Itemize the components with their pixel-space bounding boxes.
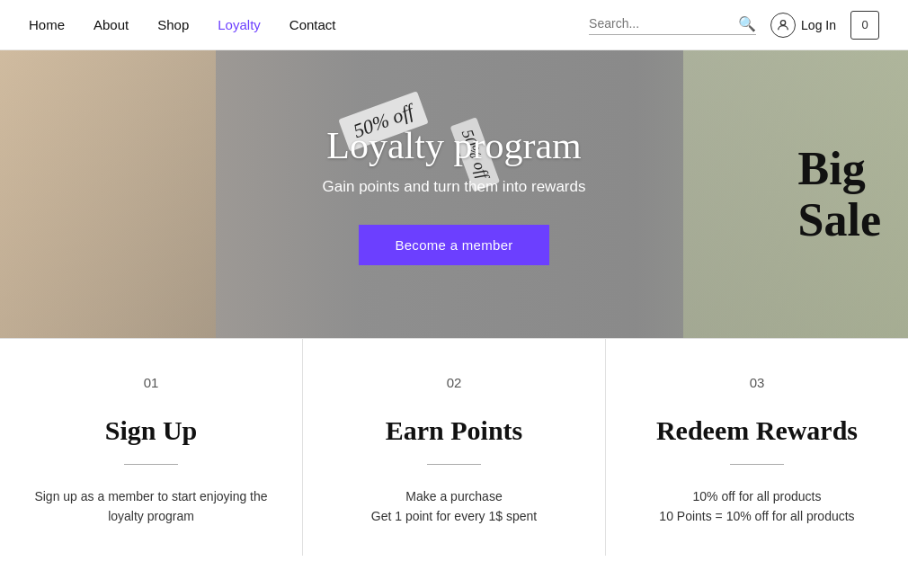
- login-label[interactable]: Log In: [801, 18, 836, 32]
- svg-point-0: [780, 20, 785, 24]
- step-1: 01 Sign Up Sign up as a member to start …: [0, 339, 303, 556]
- navbar: Home About Shop Loyalty Contact 🔍 Log In…: [0, 0, 908, 50]
- search-container: 🔍: [589, 15, 756, 35]
- nav-contact[interactable]: Contact: [289, 17, 336, 32]
- step-3-number: 03: [635, 375, 879, 390]
- nav-about[interactable]: About: [93, 17, 129, 32]
- step-1-number: 01: [29, 375, 273, 390]
- big-sale-text: Big Sale: [798, 143, 881, 245]
- hero-subtitle: Gain points and turn them into rewards: [323, 178, 586, 196]
- nav-shop[interactable]: Shop: [157, 17, 189, 32]
- nav-loyalty[interactable]: Loyalty: [218, 17, 261, 32]
- nav-home[interactable]: Home: [29, 17, 65, 32]
- cart-icon[interactable]: 0: [850, 11, 879, 40]
- hero-title: Loyalty program: [323, 124, 586, 167]
- search-icon[interactable]: 🔍: [738, 15, 756, 32]
- step-2-divider: [427, 464, 481, 465]
- steps-section: 01 Sign Up Sign up as a member to start …: [0, 338, 908, 556]
- step-2-desc: Make a purchase Get 1 point for every 1$…: [332, 486, 576, 527]
- hero-section: 50% off 50% off Big Sale Loyalty program…: [0, 50, 908, 338]
- step-2: 02 Earn Points Make a purchase Get 1 poi…: [303, 339, 606, 556]
- step-3-divider: [730, 464, 784, 465]
- step-3: 03 Redeem Rewards 10% off for all produc…: [606, 339, 908, 556]
- step-1-divider: [124, 464, 178, 465]
- step-1-desc: Sign up as a member to start enjoying th…: [29, 486, 273, 527]
- login-container[interactable]: Log In: [770, 13, 836, 38]
- step-2-number: 02: [332, 375, 576, 390]
- nav-links: Home About Shop Loyalty Contact: [29, 17, 589, 32]
- step-2-title: Earn Points: [332, 415, 576, 446]
- hero-content: Loyalty program Gain points and turn the…: [323, 124, 586, 265]
- search-input[interactable]: [589, 16, 733, 31]
- step-3-title: Redeem Rewards: [635, 415, 879, 446]
- step-3-desc: 10% off for all products 10 Points = 10%…: [635, 486, 879, 527]
- step-1-title: Sign Up: [29, 415, 273, 446]
- hero-left-decoration: [0, 50, 216, 338]
- become-member-button[interactable]: Become a member: [359, 225, 548, 265]
- avatar-icon: [770, 13, 796, 38]
- nav-right: 🔍 Log In 0: [589, 11, 879, 40]
